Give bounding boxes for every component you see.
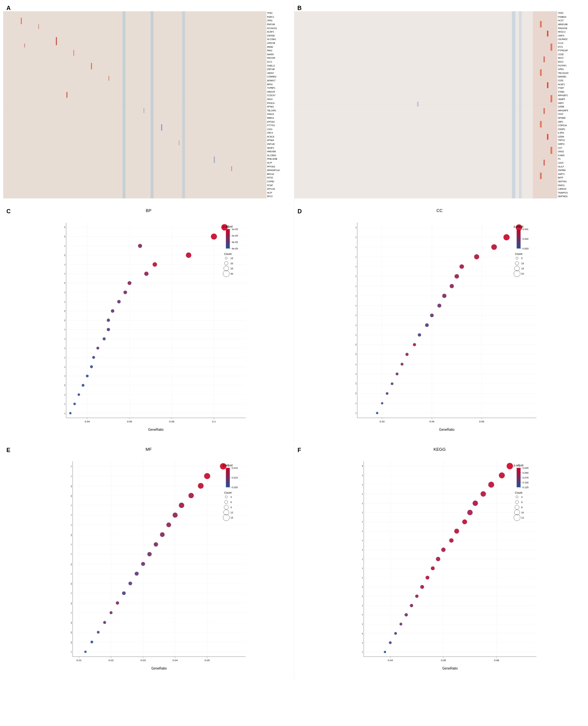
svg-text:0.075: 0.075	[523, 476, 529, 479]
svg-text:0.05: 0.05	[205, 659, 210, 662]
svg-text:Ran GTPase binding: Ran GTPase binding	[71, 601, 72, 605]
svg-point-105	[107, 328, 110, 331]
gene-label: CD37	[558, 113, 585, 115]
svg-text:ribonucleoprotein complex expo: ribonucleoprotein complex export from nu…	[65, 365, 65, 368]
svg-text:p.adjust: p.adjust	[223, 225, 233, 228]
svg-text:0.010: 0.010	[232, 467, 238, 469]
svg-text:Protein processing in endoplas: Protein processing in endoplasmic reticu…	[362, 548, 363, 551]
svg-point-256	[425, 323, 428, 327]
svg-point-100	[127, 281, 131, 285]
svg-text:MCM complex: MCM complex	[356, 411, 357, 414]
gene-label: LSG1	[267, 128, 294, 130]
gene-label: IL2RG	[558, 132, 585, 134]
svg-point-107	[97, 347, 99, 350]
gene-label: MAN2B1	[558, 76, 585, 78]
gene-label: ACAP1	[558, 83, 585, 86]
svg-text:other organism cell: other organism cell	[356, 382, 356, 385]
gene-label: IREB2	[267, 46, 294, 48]
svg-text:single-stranded RNA binding: single-stranded RNA binding	[71, 533, 72, 536]
gene-label: TRPV2	[558, 139, 585, 141]
svg-point-264	[381, 402, 383, 404]
svg-point-649	[516, 496, 518, 498]
svg-point-560	[462, 519, 467, 524]
svg-text:15: 15	[230, 257, 233, 260]
svg-text:helicase activity: helicase activity	[71, 513, 72, 517]
svg-text:double-stranded RNA binding: double-stranded RNA binding	[71, 582, 72, 585]
svg-text:0.015: 0.015	[232, 476, 238, 479]
svg-point-253	[442, 294, 446, 298]
svg-text:RNA localization: RNA localization	[65, 272, 65, 275]
gene-label: COMMD2	[267, 76, 294, 78]
svg-text:Oocyte meiosis: Oocyte meiosis	[362, 576, 363, 579]
svg-point-101	[123, 291, 127, 294]
svg-point-252	[449, 284, 454, 288]
panel-c-title: BP	[146, 208, 151, 213]
svg-point-403	[198, 483, 204, 489]
svg-point-108	[92, 356, 95, 359]
svg-point-554	[507, 463, 513, 469]
gene-label: ZNF148	[267, 68, 294, 70]
gene-label: GMFG	[558, 35, 585, 37]
gene-label: PPP1R2	[267, 166, 294, 168]
svg-text:ribonucleoprotein complex bind: ribonucleoprotein complex binding	[71, 562, 72, 565]
svg-text:Cell cycle: Cell cycle	[362, 567, 363, 570]
svg-point-657	[514, 514, 520, 521]
svg-text:other organism part: other organism part	[356, 392, 357, 395]
gene-label: LAG3	[558, 162, 585, 164]
svg-text:RNA polymerase: RNA polymerase	[362, 650, 363, 654]
svg-point-98	[153, 262, 157, 267]
svg-text:10: 10	[521, 262, 524, 265]
gene-label: PRELID3B	[267, 158, 294, 160]
heatmap-grid-b	[294, 11, 558, 198]
gene-label: NKG7	[558, 57, 585, 59]
gene-label: TFRC	[558, 12, 585, 14]
gene-label: SERTAD3	[558, 195, 585, 197]
svg-point-563	[441, 548, 446, 552]
gene-label: STAB1	[558, 91, 585, 93]
svg-point-499	[223, 514, 229, 521]
gene-label: ARHGAP11A	[267, 169, 294, 171]
panel-e-label: E	[6, 447, 10, 454]
svg-text:nucleocytoplasmic transport: nucleocytoplasmic transport	[65, 226, 65, 229]
gene-label: LDLRAD2	[558, 38, 585, 40]
svg-point-106	[103, 337, 106, 340]
svg-text:0.1: 0.1	[212, 420, 216, 423]
svg-point-247	[503, 234, 509, 240]
gene-label: CD7	[558, 147, 585, 149]
svg-point-420	[84, 650, 86, 653]
svg-point-411	[141, 562, 145, 565]
gene-label: NAA50	[267, 53, 294, 56]
svg-text:30: 30	[230, 272, 233, 275]
gene-label: TBL1XR1	[267, 109, 294, 112]
svg-point-558	[472, 500, 478, 506]
svg-rect-7	[56, 37, 57, 45]
svg-rect-33	[550, 147, 552, 154]
svg-text:export from nucleus: export from nucleus	[65, 412, 65, 415]
svg-point-187	[225, 257, 228, 259]
gene-label: CCL5	[558, 42, 585, 44]
svg-point-254	[437, 304, 441, 307]
svg-text:Cajal body: Cajal body	[356, 402, 357, 405]
svg-point-573	[389, 641, 392, 644]
svg-text:spindle: spindle	[356, 245, 356, 249]
gene-label: RFC3	[267, 195, 294, 197]
svg-point-110	[86, 375, 88, 377]
gene-label: ATP2A2	[267, 121, 294, 123]
svg-text:GeneRatio: GeneRatio	[151, 667, 167, 670]
svg-text:1e-05: 1e-05	[232, 228, 238, 231]
panel-d-title: CC	[437, 208, 443, 213]
svg-point-574	[384, 651, 386, 653]
svg-point-567	[420, 585, 424, 589]
svg-text:0.06: 0.06	[479, 420, 484, 423]
svg-text:site of double-strand break: site of double-strand break	[356, 333, 357, 337]
svg-text:RNA transport: RNA transport	[362, 464, 363, 468]
svg-text:GeneRatio: GeneRatio	[442, 667, 458, 670]
svg-text:protein export from nucleus: protein export from nucleus	[65, 300, 65, 303]
panel-f-title: KEGG	[434, 447, 446, 452]
svg-text:HIF-1 signaling pathway: HIF-1 signaling pathway	[362, 558, 363, 561]
svg-text:0.04: 0.04	[429, 420, 434, 423]
gene-label: HLTF	[267, 192, 294, 194]
svg-rect-23	[540, 21, 542, 27]
svg-text:RNA export from nucleus: RNA export from nucleus	[65, 356, 65, 359]
gene-label: ARHGEF1	[558, 94, 585, 97]
